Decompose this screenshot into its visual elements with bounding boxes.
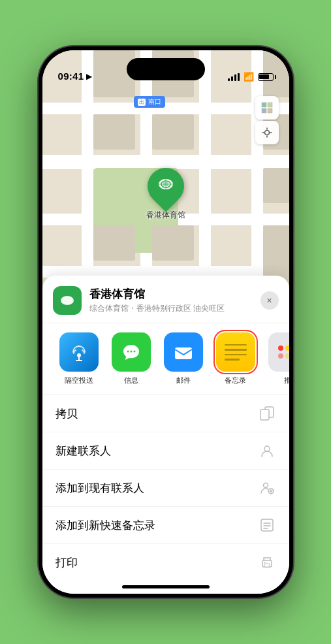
stadium-marker[interactable]: 香港体育馆 (146, 168, 185, 221)
new-contact-label: 新建联系人 (55, 443, 111, 459)
copy-action-row[interactable]: 拷贝 (42, 395, 289, 432)
new-contact-icon (258, 442, 276, 460)
messages-icon (112, 332, 151, 372)
venue-info: 香港体育馆 综合体育馆・香港特别行政区 油尖旺区 (89, 287, 260, 314)
location-button[interactable] (255, 121, 279, 144)
add-to-contact-icon (258, 479, 276, 497)
copy-icon (258, 404, 276, 423)
venue-header: 香港体育馆 综合体育馆・香港特别行政区 油尖旺区 × (42, 276, 289, 323)
svg-rect-12 (65, 299, 69, 302)
add-to-contact-label: 添加到现有联系人 (55, 481, 144, 496)
home-indicator (122, 585, 210, 588)
svg-rect-2 (262, 108, 266, 113)
close-button[interactable]: × (260, 291, 279, 310)
svg-point-4 (264, 131, 269, 135)
map-type-button[interactable] (255, 96, 279, 120)
share-action-notes[interactable]: 备忘录 (210, 332, 262, 385)
messages-label: 信息 (124, 376, 138, 385)
map-label-text: 南口 (148, 97, 161, 106)
dynamic-island (127, 58, 205, 80)
add-to-note-icon (258, 516, 276, 534)
notes-icon (216, 332, 255, 372)
map-label: 出 南口 (134, 96, 165, 108)
signal-icon (228, 73, 240, 81)
svg-rect-3 (268, 108, 272, 113)
svg-rect-19 (175, 347, 192, 359)
share-action-messages[interactable]: 信息 (105, 332, 157, 385)
share-action-airdrop[interactable]: 隔空投送 (53, 332, 105, 385)
venue-icon (53, 286, 82, 315)
mail-icon (164, 332, 203, 372)
svg-point-18 (133, 351, 135, 353)
phone-screen: 09:41 ▶ 📶 (42, 50, 289, 594)
wifi-icon: 📶 (244, 72, 254, 82)
airdrop-icon (59, 332, 99, 372)
venue-subtitle: 综合体育馆・香港特别行政区 油尖旺区 (89, 303, 260, 314)
new-contact-action-row[interactable]: 新建联系人 (42, 432, 289, 470)
share-actions-row: 隔空投送 信息 (42, 323, 289, 395)
stadium-icon (157, 175, 175, 197)
print-action-row[interactable]: 打印 (42, 544, 289, 581)
location-arrow-icon: ▶ (86, 72, 92, 81)
mail-label: 邮件 (176, 376, 191, 385)
more-icon (268, 332, 289, 372)
print-label: 打印 (55, 555, 78, 570)
svg-point-16 (127, 351, 129, 353)
notes-label: 备忘录 (225, 376, 246, 385)
bottom-sheet: 香港体育馆 综合体育馆・香港特别行政区 油尖旺区 × (42, 276, 289, 594)
svg-point-17 (130, 351, 132, 353)
svg-rect-32 (264, 564, 270, 567)
action-list: 拷贝 新建联系人 (42, 395, 289, 581)
copy-label: 拷贝 (55, 406, 78, 421)
svg-point-33 (264, 562, 265, 564)
add-to-contact-action-row[interactable]: 添加到现有联系人 (42, 470, 289, 507)
svg-rect-27 (261, 519, 273, 531)
battery-icon (258, 73, 274, 81)
add-to-note-action-row[interactable]: 添加到新快速备忘录 (42, 507, 289, 544)
svg-rect-21 (260, 410, 269, 420)
status-icons: 📶 (228, 72, 274, 82)
share-action-more[interactable]: 推 (262, 332, 289, 385)
venue-name: 香港体育馆 (89, 287, 260, 302)
marker-pin (140, 160, 191, 212)
more-label: 推 (284, 376, 289, 385)
exit-label: 出 (138, 99, 146, 106)
status-time: 09:41 (58, 71, 84, 82)
svg-point-23 (263, 483, 268, 488)
add-to-note-label: 添加到新快速备忘录 (55, 518, 155, 533)
airdrop-label: 隔空投送 (65, 376, 93, 385)
svg-rect-0 (262, 103, 266, 107)
share-action-mail[interactable]: 邮件 (157, 332, 210, 385)
map-controls (255, 96, 279, 144)
phone-frame: 09:41 ▶ 📶 (39, 46, 293, 598)
notes-lines-decoration (221, 338, 250, 366)
svg-rect-1 (268, 103, 272, 107)
print-icon (258, 553, 276, 572)
svg-point-22 (264, 446, 270, 451)
